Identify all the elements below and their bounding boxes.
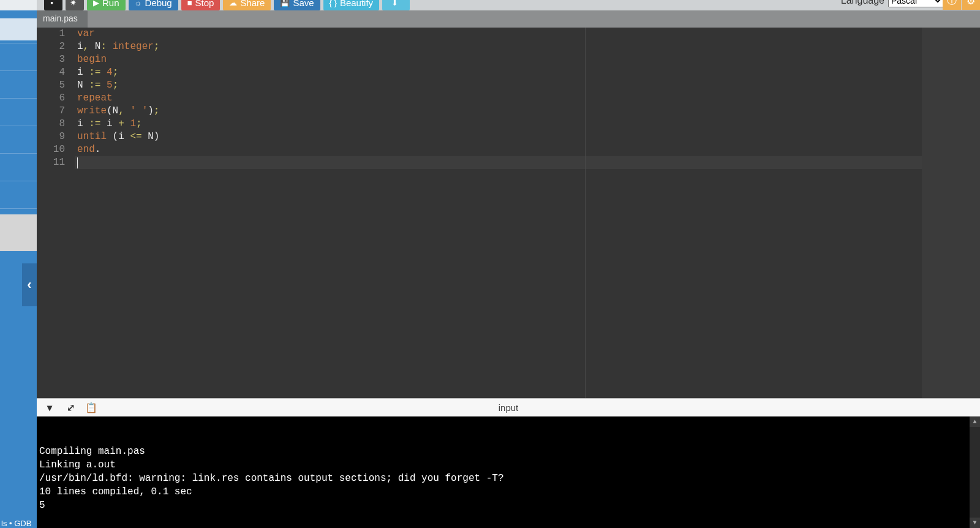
info-icon: ⓘ: [947, 0, 957, 7]
sidebar-separator: [0, 208, 37, 209]
panel-title: input: [499, 402, 519, 413]
gear-icon: ⚙: [967, 0, 975, 7]
file-tabstrip: main.pas: [37, 10, 980, 28]
console-line: /usr/bin/ld.bfd: warning: link.res conta…: [39, 472, 978, 485]
clipboard-icon: 📋: [85, 402, 97, 413]
sidebar-separator: [0, 70, 37, 71]
code-line[interactable]: repeat: [77, 92, 922, 105]
sidebar-footer-text: ls • GDB: [1, 519, 31, 528]
new-file-button[interactable]: ▪: [44, 0, 62, 10]
code-line[interactable]: i := i + 1;: [77, 118, 922, 130]
code-line[interactable]: i, N: integer;: [77, 40, 922, 53]
line-number: 10: [37, 143, 72, 156]
code-line[interactable]: var: [77, 28, 922, 40]
console-output[interactable]: Compiling main.pasLinking a.out/usr/bin/…: [37, 417, 980, 528]
code-line[interactable]: end.: [77, 143, 922, 156]
chevron-down-icon: ▾: [47, 402, 52, 413]
editor-gutter: 1234567891011: [37, 28, 72, 398]
stop-button[interactable]: ■ Stop: [181, 0, 221, 10]
debug-button[interactable]: ☼ Debug: [129, 0, 178, 10]
share-icon: ☁: [229, 0, 237, 7]
info-button[interactable]: ⓘ: [943, 0, 961, 10]
panel-collapse-button[interactable]: ▾: [43, 401, 56, 414]
bug-icon: ☼: [135, 0, 142, 7]
console-line: 10 lines compiled, 0.1 sec: [39, 485, 978, 499]
editor-margin-strip: [922, 28, 980, 398]
sun-icon: ✷: [70, 0, 77, 7]
code-line[interactable]: write(N, ' ');: [77, 105, 922, 118]
download-button[interactable]: ⬇: [382, 0, 410, 10]
play-icon: ▶: [93, 0, 99, 7]
console-scrollbar[interactable]: ▲ ▼: [970, 417, 980, 528]
editor-gutter-border: [72, 28, 75, 398]
editor-code-area[interactable]: vari, N: integer;begini := 4;N := 5;repe…: [77, 28, 922, 156]
run-button[interactable]: ▶ Run: [87, 0, 126, 10]
code-line[interactable]: until (i <= N): [77, 130, 922, 143]
line-number: 5: [37, 79, 72, 92]
file-tab-label: main.pas: [43, 13, 78, 23]
sidebar-slot[interactable]: [0, 18, 37, 40]
save-button-label: Save: [293, 0, 314, 8]
console-line: Linking a.out: [39, 458, 978, 472]
panel-expand-button[interactable]: ⤢: [64, 401, 77, 414]
line-number: 1: [37, 28, 72, 40]
download-icon: ⬇: [391, 0, 398, 7]
settings-button[interactable]: ⚙: [962, 0, 980, 10]
share-button-label: Share: [240, 0, 265, 8]
top-toolbar: ▪ ✷ ▶ Run ☼ Debug ■ Stop ☁ Share 💾 Save …: [37, 0, 980, 10]
save-icon: 💾: [280, 0, 290, 7]
line-number: 7: [37, 105, 72, 118]
toggle-theme-button[interactable]: ✷: [66, 0, 84, 10]
code-editor[interactable]: 1234567891011 vari, N: integer;begini :=…: [37, 28, 922, 398]
scroll-down-icon[interactable]: ▼: [970, 518, 980, 528]
sidebar-separator: [0, 181, 37, 181]
language-selector-group: Language Pascal: [841, 0, 943, 10]
line-number: 8: [37, 118, 72, 130]
file-tab-main[interactable]: main.pas: [37, 10, 88, 28]
line-number: 9: [37, 130, 72, 143]
chevron-left-icon: ‹: [27, 277, 31, 293]
sidebar-separator: [0, 98, 37, 99]
sidebar-top-gap: [0, 0, 37, 10]
code-line[interactable]: N := 5;: [77, 79, 922, 92]
stop-icon: ■: [187, 0, 192, 7]
line-number: 3: [37, 53, 72, 66]
code-line[interactable]: begin: [77, 53, 922, 66]
file-icon: ▪: [50, 0, 53, 7]
console-line: 5: [39, 499, 978, 512]
save-button[interactable]: 💾 Save: [274, 0, 320, 10]
stop-button-label: Stop: [195, 0, 214, 8]
sidebar-separator: [0, 153, 37, 154]
line-number: 11: [37, 156, 72, 169]
editor-print-margin: [585, 28, 586, 398]
output-panel-header: ▾ ⤢ 📋 input: [37, 398, 980, 417]
sidebar-collapse-handle[interactable]: ‹: [22, 263, 37, 306]
panel-copy-button[interactable]: 📋: [85, 401, 98, 414]
language-select[interactable]: Pascal: [888, 0, 943, 7]
line-number: 2: [37, 40, 72, 53]
debug-button-label: Debug: [145, 0, 172, 8]
run-button-label: Run: [102, 0, 119, 8]
braces-icon: { }: [330, 0, 337, 7]
active-line-highlight: [37, 156, 922, 169]
scroll-up-icon[interactable]: ▲: [970, 417, 980, 427]
editor-cursor: [77, 157, 78, 168]
sidebar-grey-slot[interactable]: [0, 214, 37, 251]
line-number: 4: [37, 66, 72, 79]
language-label: Language: [841, 0, 884, 6]
console-line: Compiling main.pas: [39, 445, 978, 458]
expand-icon: ⤢: [67, 402, 75, 413]
sidebar-separator: [0, 126, 37, 126]
left-sidebar: ‹ ls • GDB: [0, 0, 37, 528]
sidebar-separator: [0, 43, 37, 43]
share-button[interactable]: ☁ Share: [223, 0, 271, 10]
beautify-button-label: Beautify: [340, 0, 373, 8]
code-line[interactable]: i := 4;: [77, 66, 922, 79]
beautify-button[interactable]: { } Beautify: [323, 0, 380, 10]
line-number: 6: [37, 92, 72, 105]
